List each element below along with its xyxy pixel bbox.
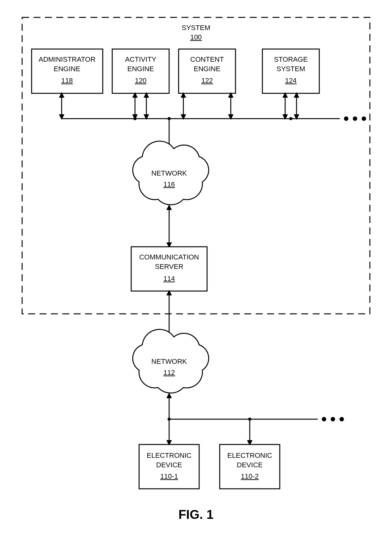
comm-server-label-2: SERVER (155, 263, 183, 270)
device2-ref: 110-2 (241, 472, 259, 480)
svg-point-5 (353, 116, 357, 121)
device-1-block: ELECTRONIC DEVICE 110-1 (139, 444, 199, 489)
device-2-block: ELECTRONIC DEVICE 110-2 (220, 444, 280, 489)
svg-point-6 (362, 116, 366, 121)
bus-node-1 (133, 117, 137, 120)
content-ref: 122 (201, 77, 213, 84)
admin-engine-block: ADMINISTRATOR ENGINE 118 (32, 49, 103, 93)
bottom-bus-node-1 (168, 418, 171, 421)
admin-label-1: ADMINISTRATOR (39, 55, 95, 63)
svg-point-4 (344, 116, 348, 121)
bus-node-2 (168, 117, 171, 120)
system-label: SYSTEM (182, 24, 210, 32)
content-label-2: ENGINE (194, 65, 220, 73)
storage-label-1: STORAGE (274, 55, 308, 63)
comm-server-block: COMMUNICATION SERVER 114 (131, 247, 207, 291)
admin-label-2: ENGINE (54, 65, 80, 73)
device1-label-2: DEVICE (156, 461, 182, 469)
activity-label-2: ENGINE (127, 65, 154, 73)
activity-ref: 120 (135, 77, 147, 84)
svg-point-9 (331, 417, 335, 421)
network-bottom-ref: 112 (163, 369, 175, 376)
activity-label-1: ACTIVITY (125, 55, 156, 63)
storage-ref: 124 (285, 77, 297, 84)
activity-engine-block: ACTIVITY ENGINE 120 (112, 49, 169, 93)
device2-label-2: DEVICE (237, 461, 263, 469)
storage-system-block: STORAGE SYSTEM 124 (262, 49, 319, 93)
admin-ref: 118 (61, 77, 73, 84)
network-bottom-label: NETWORK (151, 357, 187, 365)
storage-label-2: SYSTEM (277, 65, 305, 73)
bottom-ellipsis-icon (322, 417, 344, 421)
bottom-bus-node-2 (248, 418, 251, 421)
device1-ref: 110-1 (160, 472, 178, 480)
network-bottom-cloud: NETWORK 112 (133, 329, 209, 393)
network-top-cloud: NETWORK 116 (133, 141, 209, 205)
bus-node-3 (289, 117, 292, 120)
device1-label-1: ELECTRONIC (147, 451, 192, 459)
system-ref: 100 (190, 33, 202, 41)
comm-server-label-1: COMMUNICATION (139, 253, 199, 261)
content-label-1: CONTENT (190, 55, 224, 63)
figure-title: FIG. 1 (178, 507, 213, 521)
device2-label-1: ELECTRONIC (227, 451, 272, 459)
network-top-label: NETWORK (151, 169, 187, 177)
top-ellipsis-icon (344, 116, 366, 121)
comm-server-ref: 114 (163, 275, 175, 283)
network-top-ref: 116 (163, 180, 175, 188)
svg-point-8 (322, 417, 326, 421)
diagram-canvas: SYSTEM 100 ADMINISTRATOR ENGINE 118 ACTI… (0, 0, 392, 553)
content-engine-block: CONTENT ENGINE 122 (179, 49, 236, 93)
svg-point-10 (340, 417, 344, 421)
